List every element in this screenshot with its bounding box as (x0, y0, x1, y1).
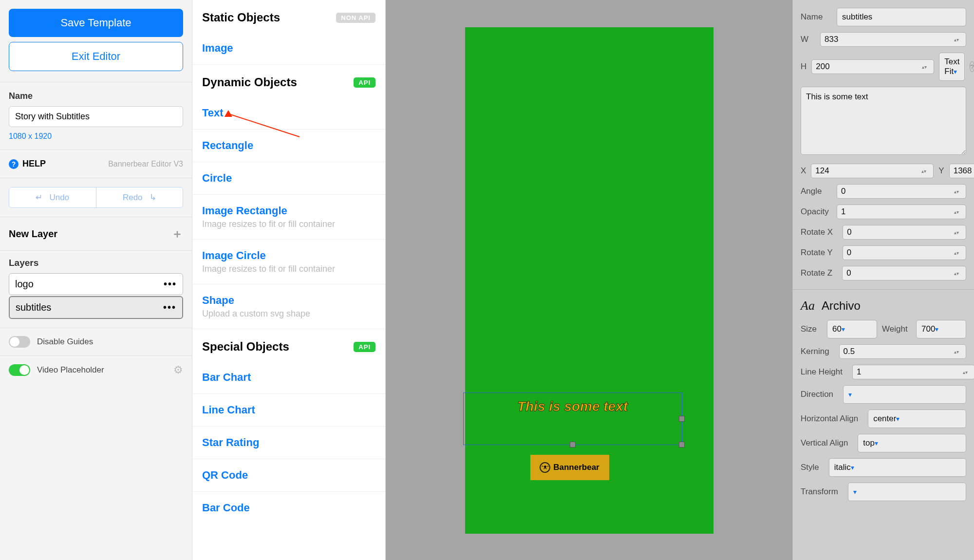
object-rectangle[interactable]: Rectangle (192, 130, 385, 162)
font-name: Archivo (822, 299, 861, 313)
size-select[interactable]: 60▾ (827, 320, 877, 338)
prop-roty-input[interactable] (847, 248, 951, 258)
object-bar-code[interactable]: Bar Code (192, 492, 385, 524)
undo-button[interactable]: ↵Undo (9, 187, 96, 207)
object-qr-code[interactable]: QR Code (192, 459, 385, 492)
prop-style-label: Style (801, 463, 819, 472)
object-bar-chart[interactable]: Bar Chart (192, 361, 385, 394)
chevron-down-icon: ▾ (896, 415, 899, 423)
layer-item-logo[interactable]: logo ••• (9, 273, 183, 295)
chevron-down-icon: ▾ (848, 391, 852, 398)
logo-element[interactable]: ᵔᴥᵔ Bannerbear (530, 455, 609, 480)
redo-icon: ↳ (150, 192, 156, 203)
layer-item-subtitles[interactable]: subtitles ••• (9, 296, 183, 319)
plus-icon[interactable]: ＋ (171, 226, 183, 242)
layer-item-label: logo (15, 279, 34, 290)
redo-button[interactable]: Redo↳ (96, 187, 183, 207)
new-layer-row: New Layer ＋ (0, 217, 192, 250)
exit-editor-button[interactable]: Exit Editor (9, 42, 183, 71)
objects-panel: Static Objects NON API Image Dynamic Obj… (192, 0, 386, 560)
dimensions-link[interactable]: 1080 x 1920 (9, 132, 183, 141)
stepper-icon[interactable]: ▴▾ (951, 37, 962, 42)
layers-label: Layers (9, 258, 183, 268)
prop-y-input[interactable] (954, 166, 974, 176)
text-content-textarea[interactable]: This is some text (801, 87, 966, 155)
prop-halign-label: Horizontal Align (801, 414, 858, 424)
help-row: ? HELP Bannerbear Editor V3 (0, 149, 192, 178)
object-shape[interactable]: Shape Upload a custom svg shape (192, 284, 385, 329)
template-name-input[interactable] (9, 106, 183, 127)
prop-x-label: X (801, 166, 806, 176)
prop-kerning-input[interactable] (843, 347, 951, 356)
chevron-down-icon: ▾ (851, 464, 854, 471)
video-placeholder-label: Video Placeholder (37, 365, 104, 375)
stepper-icon[interactable]: ▴▾ (960, 370, 971, 375)
object-text[interactable]: Text (192, 97, 385, 130)
stepper-icon[interactable]: ▴▾ (951, 230, 962, 235)
layer-menu-icon[interactable]: ••• (164, 279, 177, 290)
prop-x-input[interactable] (815, 166, 918, 176)
gear-icon[interactable]: ⚙ (173, 364, 183, 376)
static-objects-header: Static Objects (202, 11, 280, 24)
prop-weight-label: Weight (882, 324, 911, 334)
weight-select[interactable]: 700▾ (916, 320, 966, 338)
left-sidebar: Save Template Exit Editor Name 1080 x 19… (0, 0, 192, 560)
object-line-chart[interactable]: Line Chart (192, 394, 385, 427)
halign-select[interactable]: center▾ (868, 410, 966, 428)
resize-handle-bottom-right[interactable] (679, 442, 685, 448)
stepper-icon[interactable]: ▴▾ (951, 250, 962, 256)
name-label: Name (9, 91, 183, 101)
object-star-rating[interactable]: Star Rating (192, 427, 385, 459)
layer-menu-icon[interactable]: ••• (163, 302, 176, 313)
stepper-icon[interactable]: ▴▾ (919, 64, 930, 70)
prop-h-input[interactable] (816, 62, 919, 72)
object-image[interactable]: Image (192, 32, 385, 65)
resize-handle-right[interactable] (679, 416, 685, 422)
prop-opacity-input[interactable] (841, 207, 951, 217)
stepper-icon[interactable]: ▴▾ (951, 271, 962, 276)
save-template-button[interactable]: Save Template (9, 9, 183, 37)
direction-select[interactable]: ▾ (843, 385, 966, 404)
special-objects-header: Special Objects (202, 340, 289, 354)
prop-lineheight-label: Line Height (801, 367, 843, 377)
object-image-circle[interactable]: Image Circle Image resizes to fit or fil… (192, 240, 385, 284)
prop-kerning-label: Kerning (801, 347, 829, 356)
prop-rotx-input[interactable] (847, 227, 951, 237)
bear-icon: ᵔᴥᵔ (540, 462, 550, 473)
transform-select[interactable]: ▾ (848, 483, 966, 501)
prop-size-label: Size (801, 324, 822, 334)
style-select[interactable]: italic▾ (829, 458, 966, 477)
resize-handle-bottom[interactable] (570, 442, 576, 448)
object-image-rectangle[interactable]: Image Rectangle Image resizes to fit or … (192, 195, 385, 240)
stepper-icon[interactable]: ▴▾ (951, 349, 962, 355)
help-icon[interactable]: ? (970, 61, 974, 72)
disable-guides-row: Disable Guides (0, 328, 192, 355)
stepper-icon[interactable]: ▴▾ (918, 168, 929, 174)
help-label[interactable]: HELP (22, 159, 46, 169)
help-icon[interactable]: ? (9, 159, 19, 169)
disable-guides-toggle[interactable] (9, 336, 30, 348)
prop-w-input[interactable] (824, 35, 951, 44)
object-circle[interactable]: Circle (192, 162, 385, 195)
prop-rotz-input[interactable] (846, 268, 951, 278)
font-row[interactable]: Aa Archivo (801, 299, 966, 313)
editor-version: Bannerbear Editor V3 (108, 160, 183, 168)
canvas-area[interactable]: This is some text ᵔᴥᵔ Bannerbear (386, 0, 792, 560)
selected-text-element[interactable]: This is some text (463, 392, 682, 445)
valign-select[interactable]: top▾ (858, 434, 966, 452)
prop-name-input[interactable] (837, 8, 966, 26)
non-api-badge: NON API (336, 13, 375, 23)
prop-angle-input[interactable] (841, 187, 951, 196)
video-placeholder-toggle[interactable] (9, 364, 30, 376)
logo-text: Bannerbear (553, 463, 599, 472)
text-fit-select[interactable]: Text Fit▾ (939, 53, 965, 81)
chevron-down-icon: ▾ (954, 68, 957, 75)
prop-lineheight-input[interactable] (857, 367, 960, 377)
prop-opacity-label: Opacity (801, 207, 832, 217)
api-badge: API (354, 77, 375, 88)
canvas[interactable]: This is some text ᵔᴥᵔ Bannerbear (465, 27, 713, 534)
stepper-icon[interactable]: ▴▾ (951, 189, 962, 194)
chevron-down-icon: ▾ (853, 488, 857, 496)
stepper-icon[interactable]: ▴▾ (951, 209, 962, 215)
chevron-down-icon: ▾ (875, 439, 878, 447)
